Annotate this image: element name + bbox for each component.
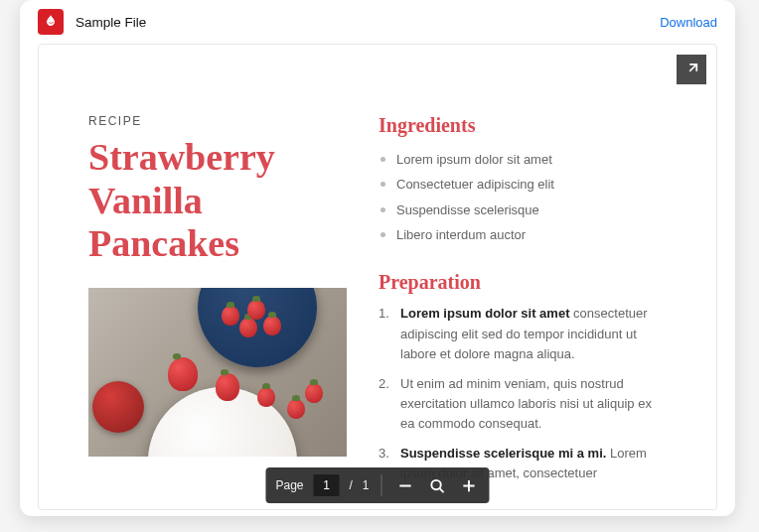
recipe-photo: [88, 288, 347, 457]
plus-icon: [461, 478, 476, 493]
document-viewer: RECIPE Strawberry Vanilla Pancakes: [38, 44, 717, 510]
recipe-category: RECIPE: [88, 114, 347, 128]
viewer-toolbar: Page / 1: [265, 467, 489, 503]
zoom-in-button[interactable]: [458, 474, 480, 496]
page-total: 1: [363, 478, 370, 492]
file-title: Sample File: [76, 15, 146, 30]
page-label: Page: [275, 478, 303, 492]
zoom-reset-button[interactable]: [426, 474, 448, 496]
pdf-icon: [38, 9, 64, 35]
zoom-out-button[interactable]: [394, 474, 416, 496]
page-separator: /: [350, 478, 353, 492]
page-number-input[interactable]: [314, 474, 340, 496]
preparation-steps: Lorem ipsum dolor sit amet consectetuer …: [379, 304, 667, 483]
list-item: Ut enim ad minim veniam, quis nostrud ex…: [379, 374, 667, 434]
preparation-heading: Preparation: [379, 271, 667, 294]
list-item: Consectetuer adipiscing elit: [379, 172, 667, 197]
svg-point-0: [431, 479, 440, 488]
list-item: Libero interdum auctor: [379, 222, 667, 247]
top-bar: Sample File Download: [20, 0, 735, 44]
ingredients-heading: Ingredients: [379, 114, 667, 137]
expand-button[interactable]: [677, 55, 706, 84]
pdf-embed-frame: Sample File Download RECIPE Strawberry V…: [20, 0, 735, 516]
minus-icon: [397, 478, 412, 493]
list-item: Lorem ipsum dolor sit amet consectetuer …: [379, 304, 667, 363]
recipe-title: Strawberry Vanilla Pancakes: [88, 136, 347, 266]
document-page: RECIPE Strawberry Vanilla Pancakes: [88, 114, 667, 510]
list-item: Suspendisse scelerisque: [379, 198, 667, 222]
expand-icon: [684, 63, 698, 76]
ingredients-list: Lorem ipsum dolor sit amet Consectetuer …: [379, 147, 667, 247]
magnifier-icon: [429, 478, 444, 493]
list-item: Lorem ipsum dolor sit amet: [379, 147, 667, 172]
download-link[interactable]: Download: [660, 15, 717, 30]
